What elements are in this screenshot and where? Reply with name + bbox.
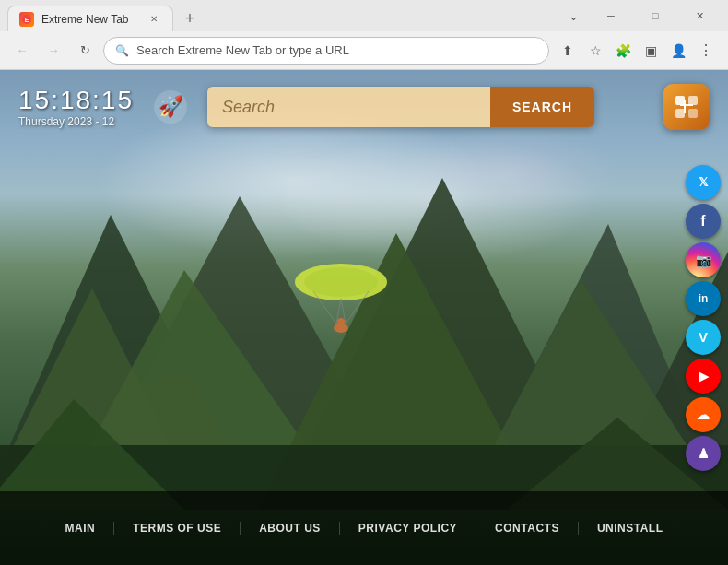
- search-icon: 🔍: [115, 44, 129, 57]
- svg-text:🚀: 🚀: [159, 94, 184, 119]
- address-bar[interactable]: 🔍 Search Extreme New Tab or type a URL: [103, 37, 549, 65]
- svg-rect-25: [688, 96, 698, 105]
- footer-main[interactable]: MAIN: [47, 522, 115, 535]
- forward-button[interactable]: →: [41, 38, 66, 64]
- collapse-button[interactable]: ⌄: [560, 3, 586, 29]
- search-input[interactable]: Search: [207, 87, 490, 127]
- svg-text:E: E: [25, 17, 29, 23]
- refresh-button[interactable]: ↻: [72, 38, 98, 64]
- app-icon-button[interactable]: [663, 84, 710, 130]
- search-button[interactable]: SEARCH: [490, 87, 594, 127]
- menu-button[interactable]: ⋮: [693, 38, 719, 64]
- instagram-button[interactable]: 📷: [686, 242, 721, 277]
- active-tab[interactable]: E Extreme New Tab ✕: [7, 6, 173, 31]
- soundcloud-button[interactable]: ☁: [686, 397, 721, 432]
- twitter-button[interactable]: 𝕏: [686, 165, 721, 200]
- bookmark-button[interactable]: ☆: [582, 38, 608, 64]
- maximize-button[interactable]: □: [634, 0, 676, 31]
- svg-point-21: [337, 318, 345, 325]
- new-tab-button[interactable]: +: [177, 6, 203, 31]
- share-button[interactable]: ⬆: [555, 38, 581, 64]
- footer-privacy[interactable]: PRIVACY POLICY: [340, 522, 476, 535]
- youtube-button[interactable]: ▶: [686, 359, 721, 394]
- footer-links: MAIN TERMS OF USE ABOUT US PRIVACY POLIC…: [47, 522, 682, 535]
- footer-about[interactable]: ABOUT US: [241, 522, 340, 535]
- footer-terms[interactable]: TERMS OF USE: [114, 522, 241, 535]
- browser-content: 15:18:15 Thursday 2023 - 12 🚀 Search SEA…: [0, 70, 728, 565]
- logo-icon: 🚀: [152, 88, 189, 125]
- svg-rect-24: [675, 96, 685, 105]
- date: Thursday 2023 - 12: [18, 115, 134, 128]
- nav-bar: ← → ↻ 🔍 Search Extreme New Tab or type a…: [0, 31, 728, 70]
- footer-contacts[interactable]: CONTACTS: [476, 522, 579, 535]
- linkedin-button[interactable]: in: [686, 281, 721, 316]
- tab-close-button[interactable]: ✕: [147, 12, 161, 27]
- browser-chrome: E Extreme New Tab ✕ + ⌄ ─ □ ✕ ← → ↻ 🔍 Se…: [0, 0, 728, 70]
- split-view-button[interactable]: ▣: [638, 38, 663, 64]
- footer-nav: MAIN TERMS OF USE ABOUT US PRIVACY POLIC…: [0, 491, 728, 565]
- profile-button[interactable]: 👤: [665, 38, 691, 64]
- title-bar: E Extreme New Tab ✕ + ⌄ ─ □ ✕: [0, 0, 728, 31]
- search-bar[interactable]: Search SEARCH: [207, 87, 594, 127]
- facebook-button[interactable]: f: [686, 204, 721, 239]
- svg-rect-26: [675, 109, 685, 118]
- svg-point-15: [304, 267, 378, 297]
- back-button[interactable]: ←: [9, 38, 35, 64]
- address-text: Search Extreme New Tab or type a URL: [136, 43, 537, 57]
- tab-favicon: E: [19, 12, 34, 27]
- twitch-button[interactable]: ♟: [686, 436, 721, 471]
- minimize-button[interactable]: ─: [590, 0, 632, 31]
- tab-title: Extreme New Tab: [41, 13, 128, 26]
- vimeo-button[interactable]: V: [686, 320, 721, 355]
- extensions-button[interactable]: 🧩: [610, 38, 636, 64]
- nav-actions: ⬆ ☆ 🧩 ▣ 👤 ⋮: [555, 38, 719, 64]
- footer-uninstall[interactable]: UNINSTALL: [579, 522, 682, 535]
- time-display: 15:18:15 Thursday 2023 - 12: [18, 86, 134, 128]
- social-sidebar: 𝕏 f 📷 in V ▶ ☁ ♟: [686, 165, 728, 471]
- window-controls: ─ □ ✕: [590, 0, 721, 31]
- clock: 15:18:15: [18, 86, 134, 115]
- svg-rect-27: [688, 109, 698, 118]
- top-overlay: 15:18:15 Thursday 2023 - 12 🚀 Search SEA…: [0, 70, 728, 144]
- close-button[interactable]: ✕: [678, 0, 721, 31]
- paraglider: [286, 254, 396, 365]
- background-scene: 15:18:15 Thursday 2023 - 12 🚀 Search SEA…: [0, 70, 728, 565]
